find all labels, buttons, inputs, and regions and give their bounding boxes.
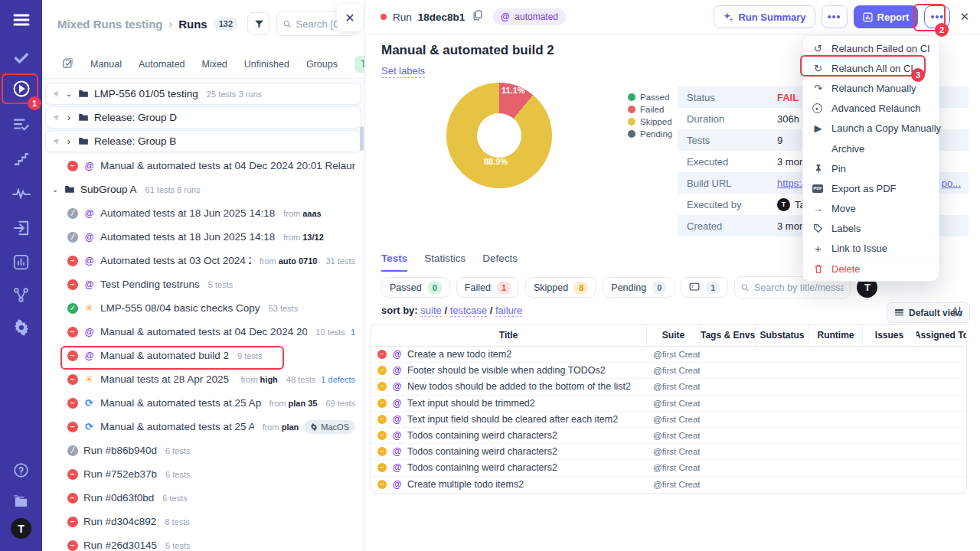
run-list-item[interactable]: −@Manual & automated build 29 tests <box>45 344 361 367</box>
tab-defects[interactable]: Defects <box>482 253 518 272</box>
projects-folders-icon[interactable] <box>0 487 42 514</box>
set-labels-link[interactable]: Set labels <box>381 65 425 78</box>
run-list-item[interactable]: ⁄Run #b86b940d6 tests <box>45 439 361 462</box>
chevron-right-icon[interactable]: › <box>65 112 73 123</box>
runs-tab-to[interactable]: To <box>354 56 365 73</box>
filter-chip-passed[interactable]: Passed0 <box>381 277 450 298</box>
folder-list-item[interactable]: ›Release: Group B <box>45 130 361 152</box>
branches-icon[interactable] <box>0 281 42 308</box>
run-list-item[interactable]: −✳Manual tests at 28 Apr 2025 16:50from … <box>45 367 361 391</box>
menu-item-archive[interactable]: Archive <box>803 139 939 158</box>
sidebar: T <box>0 0 42 551</box>
run-list-item[interactable]: ⁄@Automated tests at 18 Jun 2025 14:18fr… <box>45 225 361 249</box>
run-list-item[interactable]: −@Test Pending testruns5 tests <box>45 272 361 296</box>
breadcrumb-project[interactable]: Mixed Runs testing <box>57 18 163 31</box>
legend-dot <box>628 118 635 126</box>
test-row[interactable]: −@New todos should be added to the botto… <box>371 379 966 395</box>
menu-item-relaunch-failed-on-ci[interactable]: ↺Relaunch Failed on CI <box>803 38 939 58</box>
chevron-right-icon[interactable]: › <box>65 135 73 147</box>
runs-tab-automated[interactable]: Automated <box>139 59 185 70</box>
import-icon[interactable] <box>0 214 42 242</box>
run-list-item[interactable]: −⟳Manual & automated tests at 25 Apr 202… <box>45 415 361 439</box>
menu-item-advanced-relaunch[interactable]: ▸Advanced Relaunch <box>803 99 939 119</box>
menu-item-delete[interactable]: Delete <box>803 259 939 279</box>
relaunch-failed-ci-icon: ↺ <box>812 44 824 54</box>
run-list-item[interactable]: −@Manual & automated tests at 04 Dec 202… <box>45 320 361 344</box>
sort-by-suite-link[interactable]: suite <box>420 305 441 317</box>
tab-tests[interactable]: Tests <box>381 253 407 272</box>
test-row[interactable]: −@Todos containing weird characters2@fir… <box>371 428 966 444</box>
help-icon[interactable] <box>0 456 42 484</box>
run-list-item[interactable]: −Run #752eb37b6 tests <box>45 462 361 486</box>
run-list-item[interactable]: −Run #0d63f0bd6 tests <box>45 486 361 510</box>
menu-item-labels[interactable]: Labels <box>803 219 939 239</box>
filter-chip-pending[interactable]: Pending0 <box>603 277 675 298</box>
run-list-item[interactable]: −@Automated tests at 03 Oct 2024 20:25fr… <box>45 249 361 272</box>
run-defects-link[interactable]: 1 <box>351 328 355 337</box>
column-header-substatus[interactable]: Substatus <box>755 324 808 346</box>
select-all-icon[interactable] <box>62 57 74 71</box>
test-row[interactable]: −@Create multiple todo items2@first Crea… <box>371 477 966 493</box>
run-list-item[interactable]: −Run #26d301455 tests <box>45 533 361 551</box>
hamburger-menu-icon[interactable] <box>0 6 42 34</box>
run-list-item[interactable]: −@Manual & automated tests at 04 Dec 202… <box>45 154 361 178</box>
chevron-down-icon[interactable]: ⌄ <box>65 90 73 98</box>
comments-filter-chip[interactable]: 1 <box>681 277 728 298</box>
run-summary-button[interactable]: Run Summary <box>714 5 815 28</box>
menu-item-export-as-pdf[interactable]: PDFExport as PDF <box>803 178 939 198</box>
chevron-down-icon[interactable]: ⌄ <box>51 185 59 194</box>
pulse-activity-icon[interactable] <box>0 180 42 207</box>
milestones-stairs-icon[interactable] <box>0 145 42 173</box>
report-button[interactable]: Report <box>854 5 919 28</box>
sort-by-testcase-link[interactable]: testcase <box>450 305 487 317</box>
user-avatar[interactable]: T <box>11 518 31 539</box>
settings-gear-icon[interactable] <box>0 314 42 341</box>
menu-item-link-to-issue[interactable]: +Link to Issue <box>803 239 939 259</box>
menu-item-move[interactable]: →Move <box>803 199 939 219</box>
column-header-runtime[interactable]: Runtime <box>808 324 862 346</box>
menu-item-launch-a-copy-manually[interactable]: ▶Launch a Copy Manually <box>803 119 939 139</box>
test-row[interactable]: −@Text input should be trimmed2@first Cr… <box>371 396 966 412</box>
column-header-issues[interactable]: Issues <box>862 324 916 346</box>
run-list-item[interactable]: ⁄@Automated tests at 18 Jun 2025 14:18fr… <box>45 201 361 225</box>
build-url-link[interactable]: https:/ <box>777 178 804 189</box>
menu-item-pin[interactable]: Pin <box>803 158 939 178</box>
run-list-item[interactable]: −Run #d304c8928 tests <box>45 510 361 533</box>
tab-statistics[interactable]: Statistics <box>424 253 466 272</box>
runs-tab-manual[interactable]: Manual <box>90 59 122 70</box>
test-row[interactable]: −@Text input field should be cleared aft… <box>371 412 966 428</box>
close-details-icon[interactable]: ✕ <box>959 10 969 24</box>
build-url-link-continued[interactable]: po... <box>942 178 969 189</box>
analytics-chart-icon[interactable] <box>0 248 42 276</box>
run-meta: 6 tests <box>162 494 187 503</box>
folder-list-item[interactable]: ›Release: Group D <box>45 106 361 129</box>
folder-list-item[interactable]: ⌄LMP-556 01/05 testing25 tests 3 runs <box>45 83 361 105</box>
runs-tab-unfinished[interactable]: Unfinished <box>244 59 289 70</box>
copy-run-id-icon[interactable] <box>472 10 482 24</box>
run-defects-link[interactable]: 1 defects <box>321 375 355 384</box>
folder-list-item[interactable]: ⌄SubGroup A61 tests 8 runs <box>45 178 361 201</box>
test-plans-icon[interactable] <box>0 111 42 139</box>
filter-button[interactable] <box>247 12 270 35</box>
column-settings-icon[interactable] <box>952 305 963 321</box>
column-header-suite[interactable]: Suite <box>646 324 700 346</box>
test-row[interactable]: −@Todos containing weird characters2@fir… <box>371 444 966 460</box>
filter-chip-skipped[interactable]: Skipped8 <box>525 277 596 298</box>
runs-list-scrollbar[interactable] <box>360 126 364 151</box>
test-row[interactable]: −@Create a new todo item2@first Create .… <box>371 347 966 363</box>
sort-by-failure-link[interactable]: failure <box>495 305 522 317</box>
test-row[interactable]: −@Todos containing weird characters2@fir… <box>371 460 966 476</box>
tests-check-icon[interactable] <box>0 44 42 72</box>
sort-row: sort by: suite / testcase / failure <box>381 305 522 316</box>
runs-tab-mixed[interactable]: Mixed <box>201 59 227 70</box>
runs-tab-groups[interactable]: Groups <box>306 59 338 70</box>
close-panel-button[interactable]: ✕ <box>337 4 363 31</box>
filter-chip-failed[interactable]: Failed1 <box>456 277 519 298</box>
run-summary-more-button[interactable]: ••• <box>822 5 848 28</box>
column-header-title[interactable]: Title <box>371 324 646 346</box>
test-row[interactable]: −@Footer should be visible when adding T… <box>371 363 966 379</box>
run-list-item[interactable]: ✓✳LMP-555 08/04 basic checks Copy53 test… <box>45 296 361 320</box>
column-header-assigned-to[interactable]: Assigned To <box>916 324 966 346</box>
run-list-item[interactable]: −⟳Manual & automated tests at 25 Apr 202… <box>45 391 361 415</box>
column-header-tags-envs[interactable]: Tags & Envs <box>700 324 755 346</box>
